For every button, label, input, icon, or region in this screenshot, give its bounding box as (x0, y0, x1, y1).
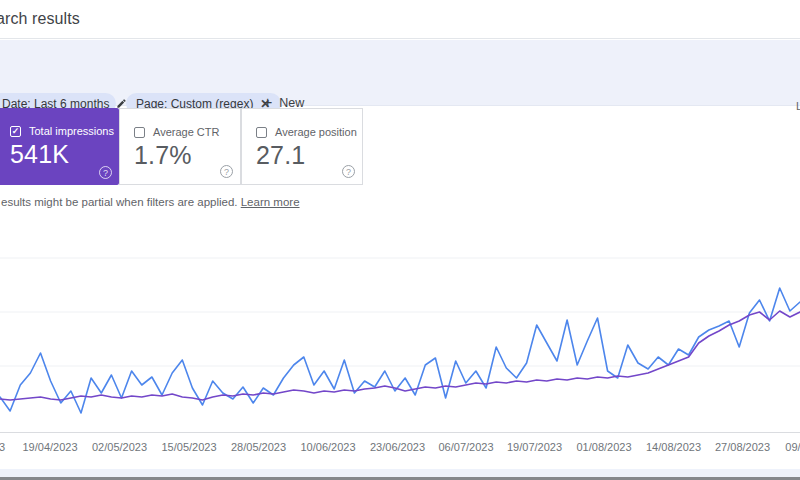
x-tick-label: 01/08/2023 (576, 441, 631, 453)
x-tick-label: 14/08/2023 (646, 441, 701, 453)
impressions-value: 541K (10, 140, 69, 169)
x-tick-label: 10/06/2023 (300, 441, 355, 453)
learn-more-link[interactable]: Learn more (241, 196, 300, 208)
position-value: 27.1 (256, 141, 305, 170)
checked-checkbox-icon[interactable]: ✓ (10, 126, 21, 137)
chart-svg (0, 225, 800, 433)
impressions-card-label: Total impressions (29, 125, 114, 137)
metric-card-average-ctr[interactable]: Average CTR 1.7% ? (119, 108, 241, 185)
performance-chart[interactable] (0, 225, 800, 433)
x-tick-label: 19/07/2023 (507, 441, 562, 453)
x-tick-label: 19/04/2023 (22, 441, 77, 453)
page-header: arch results (0, 0, 800, 39)
x-tick-label: 06/07/2023 (438, 441, 493, 453)
impressions-checkbox-row: ✓ Total impressions (10, 125, 114, 137)
unchecked-checkbox-icon[interactable] (256, 127, 267, 138)
x-tick-label: 3 (0, 441, 5, 453)
notice-text: esults might be partial when filters are… (1, 196, 241, 208)
chart-x-tick-labels: 319/04/202302/05/202315/05/202328/05/202… (0, 441, 800, 455)
truncated-right-text: L (796, 100, 800, 112)
search-console-performance-page: arch results Date: Last 6 months Page: C… (0, 0, 800, 480)
x-tick-label: 27/08/2023 (715, 441, 770, 453)
page-title: arch results (0, 10, 80, 28)
help-icon[interactable]: ? (220, 165, 233, 178)
help-icon[interactable]: ? (99, 166, 112, 179)
x-tick-label: 02/05/2023 (92, 441, 147, 453)
position-card-label: Average position (275, 126, 357, 138)
filter-bar: Date: Last 6 months Page: Custom (regex)… (0, 40, 800, 106)
x-tick-label: 09/ (785, 441, 800, 453)
ctr-value: 1.7% (134, 141, 192, 170)
ctr-card-label: Average CTR (153, 126, 219, 138)
partial-results-notice: esults might be partial when filters are… (1, 196, 300, 208)
bottom-section-band (0, 469, 800, 477)
x-tick-label: 23/06/2023 (370, 441, 425, 453)
help-icon[interactable]: ? (342, 165, 355, 178)
x-tick-label: 15/05/2023 (161, 441, 216, 453)
ctr-checkbox-row: Average CTR (134, 126, 219, 138)
unchecked-checkbox-icon[interactable] (134, 127, 145, 138)
x-tick-label: 28/05/2023 (231, 441, 286, 453)
chart-x-axis-line (0, 432, 800, 433)
metric-card-total-impressions[interactable]: ✓ Total impressions 541K ? (0, 108, 119, 185)
metric-card-average-position[interactable]: Average position 27.1 ? (241, 108, 363, 185)
position-checkbox-row: Average position (256, 126, 357, 138)
